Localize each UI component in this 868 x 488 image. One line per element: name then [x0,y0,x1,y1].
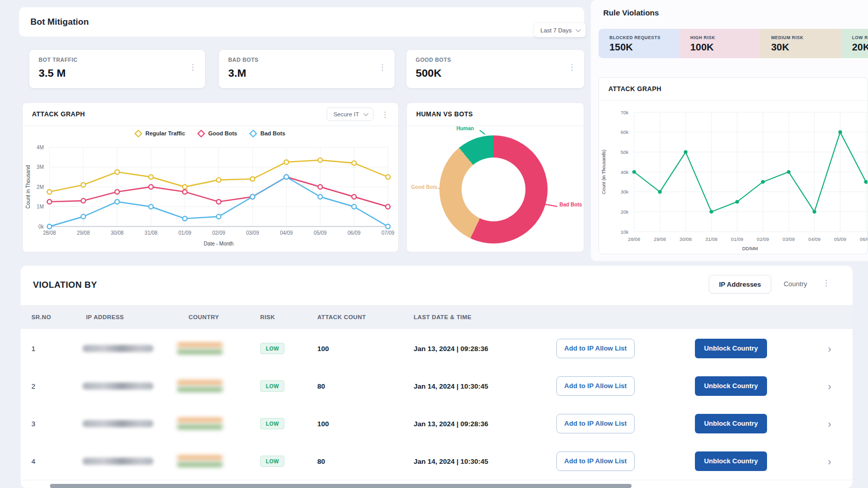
column-header-sr-no: SR.NO [31,314,51,320]
attack-line-chart: 0k1M2M3M4M28/0829/0830/0831/0801/0902/09… [23,141,398,252]
add-to-ip-allow-list-button[interactable]: Add to IP Allow List [556,339,635,358]
column-header-country: COUNTRY [189,314,219,320]
ip-address-redacted [82,382,154,390]
attack-graph-card-header: ATTACK GRAPH Secure IT ⋮ [23,103,398,126]
unblock-country-button[interactable]: Unblock Country [695,339,767,358]
legend-label: Good Bots [208,130,237,136]
tab-country[interactable]: Country [774,275,817,292]
human-vs-bots-card: HUMAN VS BOTS Bad BotsGood BotsHuman [406,102,584,252]
svg-text:4M: 4M [37,145,44,150]
legend-item-bad-bots[interactable]: Bad Bots [250,130,285,136]
rule-stat-low-risk: LOW RISK20K [841,29,868,58]
tab-ip-addresses[interactable]: IP Addresses [709,275,771,293]
donut-slice-label-human: Human [456,126,474,131]
cell-last-date-time: Jan 14, 2024 | 10:30:45 [414,382,488,390]
legend-marker-icon [249,129,258,137]
violation-by-panel: VIOLATION BY IP Addresses Country ⋮ SR.N… [21,266,853,488]
chevron-down-icon [575,27,581,32]
rule-stat-label: LOW RISK [852,35,868,40]
kebab-menu-icon[interactable]: ⋮ [189,63,197,71]
svg-text:07/09: 07/09 [381,230,394,236]
column-header-ip-address: IP ADDRESS [86,314,124,320]
svg-text:Date - Month: Date - Month [204,241,234,247]
chevron-right-icon[interactable]: › [828,380,831,392]
svg-text:06/09: 06/09 [860,236,867,242]
kebab-menu-icon[interactable]: ⋮ [822,279,830,287]
rule-stat-label: BLOCKED REQUESTS [609,35,660,40]
card-title: HUMAN VS BOTS [416,111,473,118]
kebab-menu-icon[interactable]: ⋮ [381,111,389,118]
stat-card-good-bots: GOOD BOTS⋮500K [406,50,584,88]
donut-chart [439,135,548,243]
country-flag-redacted [177,418,223,429]
period-selector-label: Last 7 Days [540,27,572,33]
cell-sr-no: 1 [31,344,36,352]
donut-slice-label-bad-bots: Bad Bots [559,202,582,207]
add-to-ip-allow-list-button[interactable]: Add to IP Allow List [556,376,635,396]
human-vs-bots-card-header: HUMAN VS BOTS [407,103,584,126]
donut-hole [462,158,525,221]
country-flag-redacted [177,343,223,354]
svg-text:28/08: 28/08 [43,230,56,236]
table-row: 4LOW80Jan 14, 2024 | 10:30:45Add to IP A… [21,442,853,480]
svg-text:Count in Thousand: Count in Thousand [25,165,31,208]
legend-label: Bad Bots [260,130,285,136]
svg-text:01/09: 01/09 [731,236,743,242]
dashboard: Bot Mitigation Last 7 Days BOT TRAFFIC⋮3… [0,0,868,488]
chevron-right-icon[interactable]: › [828,342,831,354]
column-header-attack-count: ATTACK COUNT [317,314,366,320]
risk-badge: LOW [260,456,284,467]
stat-card-bot-traffic: BOT TRAFFIC⋮3.5 M [29,50,205,88]
svg-text:Count (in Thousands): Count (in Thousands) [601,150,606,194]
legend-item-regular-traffic[interactable]: Regular Traffic [135,130,185,136]
unblock-country-button[interactable]: Unblock Country [695,451,767,471]
legend-marker-icon [134,129,143,137]
rule-violations-stat-strip: BLOCKED REQUESTS150KHIGH RISK100KMEDIUM … [599,29,868,58]
svg-text:05/09: 05/09 [314,230,327,236]
card-title: ATTACK GRAPH [32,111,85,118]
cell-attack-count: 100 [317,344,329,352]
card-header: ATTACK GRAPH [599,78,867,101]
stat-card-value: 3.M [228,67,246,79]
svg-text:40k: 40k [621,169,629,175]
add-to-ip-allow-list-button[interactable]: Add to IP Allow List [556,414,635,433]
svg-text:29/08: 29/08 [654,236,666,242]
table-row: 1LOW100Jan 13, 2024 | 09:28:36Add to IP … [21,329,853,368]
column-header-last-date-time: LAST DATE & TIME [414,314,471,320]
svg-text:10k: 10k [621,229,629,235]
rule-stat-label: HIGH RISK [690,35,715,40]
svg-text:30/08: 30/08 [679,236,692,242]
chevron-right-icon[interactable]: › [828,455,831,467]
svg-text:04/09: 04/09 [280,230,293,236]
cell-last-date-time: Jan 14, 2024 | 10:30:45 [414,457,488,465]
unblock-country-button[interactable]: Unblock Country [695,414,767,433]
cell-last-date-time: Jan 13, 2024 | 09:28:36 [414,344,488,352]
svg-text:02/09: 02/09 [212,230,225,236]
rule-violations-line-chart: 10k20k30k40k50k60k70k28/0829/0830/0831/0… [599,101,867,255]
stat-card-bad-bots: BAD BOTS⋮3.M [219,50,395,88]
chevron-right-icon[interactable]: › [828,417,831,429]
filter-selector[interactable]: Secure IT [327,108,373,121]
rule-stat-high-risk: HIGH RISK100K [679,29,760,58]
stat-card-label: GOOD BOTS [416,57,451,63]
legend-item-good-bots[interactable]: Good Bots [198,130,237,136]
svg-text:50k: 50k [621,149,629,155]
svg-text:2M: 2M [37,184,44,190]
svg-text:02/09: 02/09 [757,236,769,242]
kebab-menu-icon[interactable]: ⋮ [568,63,576,71]
country-flag-redacted [177,456,223,467]
svg-text:31/08: 31/08 [145,230,158,236]
svg-text:1M: 1M [37,204,44,210]
svg-text:03/09: 03/09 [782,236,795,242]
period-selector[interactable]: Last 7 Days [534,23,586,37]
add-to-ip-allow-list-button[interactable]: Add to IP Allow List [556,451,635,471]
kebab-menu-icon[interactable]: ⋮ [379,63,386,71]
legend-label: Regular Traffic [145,130,185,136]
rule-stat-blocked-requests: BLOCKED REQUESTS150K [599,29,679,58]
chevron-down-icon [364,111,369,116]
rule-violations-attack-graph-card: ATTACK GRAPH 10k20k30k40k50k60k70k28/082… [599,77,868,254]
rule-stat-value: 20K [852,42,868,53]
horizontal-scrollbar-thumb[interactable] [50,484,632,488]
card-title: ATTACK GRAPH [608,85,661,93]
unblock-country-button[interactable]: Unblock Country [695,376,767,396]
